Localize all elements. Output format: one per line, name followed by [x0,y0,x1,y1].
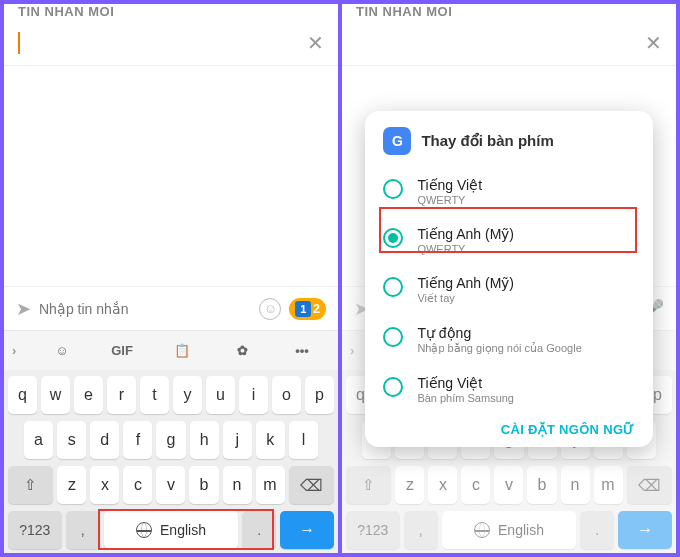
key-row-1: qwertyuiop [8,376,334,414]
radio-icon [383,327,403,347]
sticker-icon[interactable]: ☺ [34,343,90,358]
key-t[interactable]: t [140,376,169,414]
radio-icon [383,179,403,199]
key-a[interactable]: a [24,421,53,459]
key-y[interactable]: y [173,376,202,414]
option-sublabel: Nhập bằng giọng nói của Google [417,342,581,355]
key-o[interactable]: o [272,376,301,414]
key-r[interactable]: r [107,376,136,414]
enter-key[interactable]: → [280,511,334,549]
phone-right: TIN NHAN MOI ✕ ➤ ☺ 🎤 › ☺ GIF 📋 ✿ ••• qwe… [342,4,676,553]
key-g[interactable]: g [156,421,185,459]
key-row-3: ⇧ zxcvbnm ⌫ [8,466,334,504]
key-s[interactable]: s [57,421,86,459]
key-w[interactable]: w [41,376,70,414]
keyboard-switcher-popup: G Thay đổi bàn phím Tiếng ViệtQWERTYTiến… [365,111,652,447]
option-label: Tiếng Việt [417,177,482,193]
option-sublabel: QWERTY [417,243,514,255]
key-h[interactable]: h [190,421,219,459]
key-e[interactable]: e [74,376,103,414]
keyboard-option[interactable]: Tiếng ViệtBàn phím Samsung [365,365,652,414]
popup-title: G Thay đổi bàn phím [365,127,652,167]
numswitch-key[interactable]: ?123 [8,511,62,549]
key-z[interactable]: z [57,466,86,504]
radio-icon [383,277,403,297]
keyboard: qwertyuiop asdfghjkl ⇧ zxcvbnm ⌫ ?123 , … [4,370,338,553]
radio-icon [383,377,403,397]
attach-icon[interactable]: ➤ [16,298,31,320]
key-l[interactable]: l [289,421,318,459]
backspace-key[interactable]: ⌫ [289,466,334,504]
key-j[interactable]: j [223,421,252,459]
screen-title: TIN NHAN MOI [4,4,338,20]
option-label: Tiếng Anh (Mỹ) [417,275,514,291]
message-body [4,66,338,286]
keyboard-option[interactable]: Tiếng Anh (Mỹ)Viết tay [365,265,652,315]
key-c[interactable]: c [123,466,152,504]
key-d[interactable]: d [90,421,119,459]
language-label: English [160,522,206,538]
sim-number: 1 [295,301,311,317]
option-sublabel: QWERTY [417,194,482,206]
send-sim-button[interactable]: 12 [289,298,326,320]
key-u[interactable]: u [206,376,235,414]
recipient-row: ✕ [4,20,338,66]
key-q[interactable]: q [8,376,37,414]
option-sublabel: Viết tay [417,292,514,305]
recipient-input[interactable] [20,34,307,51]
settings-icon[interactable]: ✿ [214,343,270,358]
key-b[interactable]: b [189,466,218,504]
keyboard-option[interactable]: Tiếng Anh (Mỹ)QWERTY [365,216,652,265]
key-m[interactable]: m [256,466,285,504]
compose-input[interactable] [39,301,251,317]
keyboard-option[interactable]: Tiếng ViệtQWERTY [365,167,652,216]
key-row-bottom: ?123 , English . → [8,511,334,549]
keyboard-switcher-overlay: G Thay đổi bàn phím Tiếng ViệtQWERTYTiến… [342,4,676,553]
option-label: Tự động [417,325,581,341]
option-sublabel: Bàn phím Samsung [417,392,514,404]
period-key[interactable]: . [242,511,276,549]
key-row-2: asdfghjkl [8,421,334,459]
keyboard-toolbar: › ☺ GIF 📋 ✿ ••• [4,330,338,370]
clear-icon[interactable]: ✕ [307,31,324,55]
clipboard-icon[interactable]: 📋 [154,343,210,358]
gif-button[interactable]: GIF [94,343,150,358]
shift-key[interactable]: ⇧ [8,466,53,504]
more-icon[interactable]: ••• [274,343,330,358]
compose-row: ➤ ☺ 12 [4,286,338,330]
key-n[interactable]: n [223,466,252,504]
comma-key[interactable]: , [66,511,100,549]
key-p[interactable]: p [305,376,334,414]
radio-icon [383,228,403,248]
key-i[interactable]: i [239,376,268,414]
keyboard-option[interactable]: Tự độngNhập bằng giọng nói của Google [365,315,652,365]
language-settings-link[interactable]: CÀI ĐẶT NGÔN NGỮ [365,414,652,437]
toolbar-expand-icon[interactable]: › [12,343,30,358]
key-x[interactable]: x [90,466,119,504]
gboard-icon: G [383,127,411,155]
phone-left: TIN NHAN MOI ✕ ➤ ☺ 12 › ☺ GIF 📋 ✿ ••• qw… [4,4,338,553]
option-label: Tiếng Việt [417,375,514,391]
key-k[interactable]: k [256,421,285,459]
language-spacebar[interactable]: English [104,511,238,549]
key-f[interactable]: f [123,421,152,459]
emoji-icon[interactable]: ☺ [259,298,281,320]
option-label: Tiếng Anh (Mỹ) [417,226,514,242]
key-v[interactable]: v [156,466,185,504]
globe-icon [136,522,152,538]
